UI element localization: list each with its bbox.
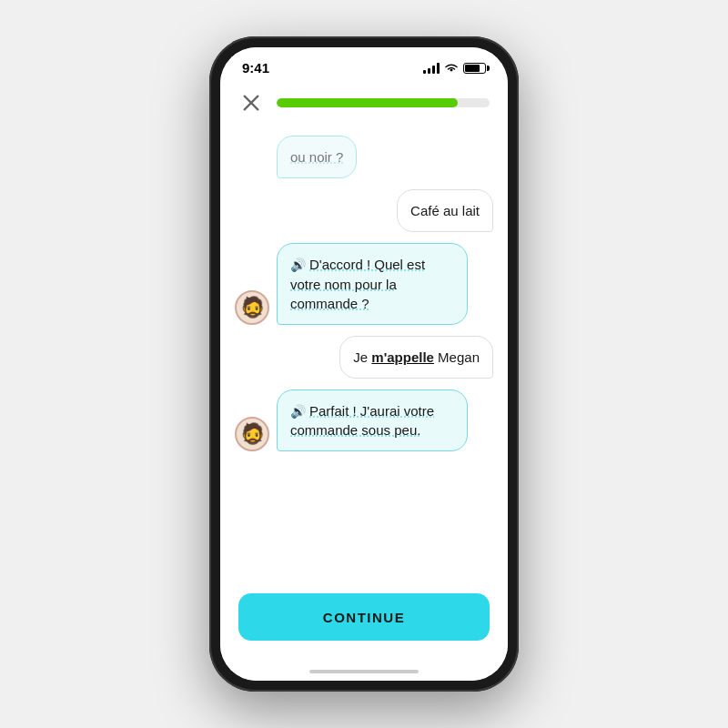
speaker-icon: 🔊 [290, 258, 306, 272]
phone-frame: 9:41 [209, 36, 519, 692]
status-bar: 9:41 [220, 47, 508, 83]
chat-bubble-cafe: Café au lait [397, 189, 493, 232]
chat-bubble-megan: Je m'appelle Megan [339, 336, 493, 379]
list-item: ou noir ? [235, 136, 493, 178]
chat-text-megan-post: Megan [434, 349, 480, 365]
list-item: Je m'appelle Megan [235, 336, 493, 379]
chat-bubble-accord: 🔊D'accord ! Quel est votre nom pour la c… [277, 243, 468, 325]
app-header [220, 83, 508, 126]
chat-text-megan-bold: m'appelle [371, 349, 434, 365]
list-item: 🧔 🔊Parfait ! J'aurai votre commande sous… [235, 389, 493, 452]
chat-bubble-parfait: 🔊Parfait ! J'aurai votre commande sous p… [277, 389, 468, 452]
chat-text-partial: ou noir ? [290, 149, 343, 165]
bottom-area: CONTINUE [220, 582, 508, 662]
wifi-icon [444, 63, 459, 74]
home-indicator-bar [309, 670, 419, 673]
avatar: 🧔 [235, 290, 269, 325]
chat-text-megan-pre: Je [353, 349, 371, 365]
close-button[interactable] [238, 90, 264, 116]
progress-bar [277, 98, 490, 107]
chat-text-cafe: Café au lait [410, 203, 480, 218]
chat-text-parfait: Parfait ! J'aurai votre commande sous pe… [290, 403, 434, 439]
progress-bar-fill [277, 98, 458, 107]
avatar: 🧔 [235, 417, 269, 451]
speaker-icon: 🔊 [290, 404, 306, 419]
battery-icon [463, 63, 486, 74]
home-indicator [220, 662, 508, 681]
status-icons [423, 63, 486, 74]
phone-screen: 9:41 [220, 47, 508, 681]
continue-button[interactable]: CONTINUE [238, 593, 490, 641]
list-item: 🧔 🔊D'accord ! Quel est votre nom pour la… [235, 243, 493, 325]
chat-area: ou noir ? Café au lait 🧔 🔊D'accord ! Que… [220, 126, 508, 582]
status-time: 9:41 [242, 60, 269, 76]
list-item: Café au lait [235, 189, 493, 232]
signal-icon [423, 63, 440, 74]
chat-bubble-partial: ou noir ? [277, 136, 357, 178]
chat-text-accord: D'accord ! Quel est votre nom pour la co… [290, 257, 425, 311]
